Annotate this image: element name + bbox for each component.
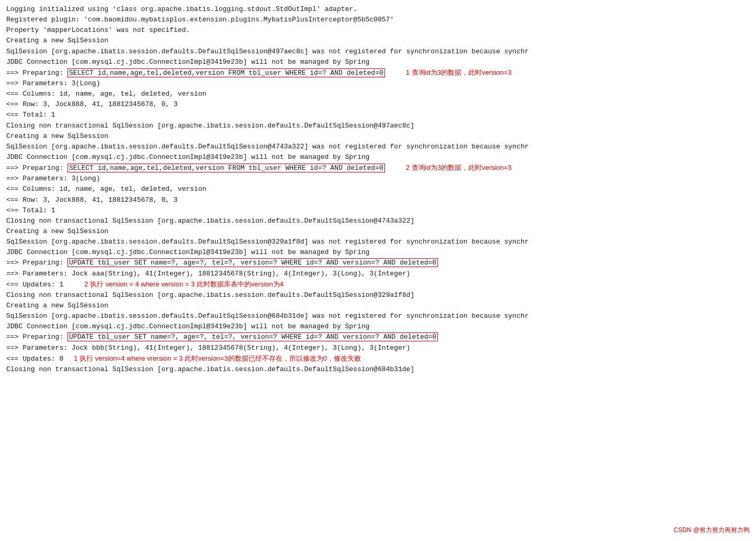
line-text: Parameters: 3(Long) xyxy=(18,79,100,87)
sql-text: UPDATE tbl_user SET name=?, age=?, tel=?… xyxy=(67,258,438,267)
annotation: 2 执行 version = 4 where version = 3 此时数据库… xyxy=(84,280,284,288)
line-text: Parameters: 3(Long) xyxy=(18,175,100,182)
annotation: 1 查询id为3的数据，此时version=3 xyxy=(406,68,512,76)
log-line: JDBC Connection [com.mysql.cj.jdbc.Conne… xyxy=(6,247,750,258)
log-line: Creating a new SqlSession xyxy=(6,226,750,237)
log-line: Closing non transactional SqlSession [or… xyxy=(6,290,750,301)
log-line: ==> Preparing: UPDATE tbl_user SET name=… xyxy=(6,332,750,342)
arrow-prefix: <== xyxy=(6,90,18,98)
log-line: Creating a new SqlSession xyxy=(6,36,750,46)
arrow-prefix: ==> Preparing: xyxy=(6,259,67,267)
line-text: Parameters: Jock bbb(String), 41(Integer… xyxy=(18,344,410,352)
log-line: ==> Preparing: SELECT id,name,age,tel,de… xyxy=(6,67,750,78)
annotation: 1 执行 version=4 where vrersion = 3 此时vers… xyxy=(74,354,361,362)
log-line: ==> Parameters: 3(Long) xyxy=(6,174,750,184)
arrow-prefix: ==> xyxy=(6,175,18,182)
log-line: SqlSession [org.apache.ibatis.session.de… xyxy=(6,237,750,247)
line-text: Columns: id, name, age, tel, deleted, ve… xyxy=(18,90,206,98)
log-line: Property 'mapperLocations' was not speci… xyxy=(6,25,750,36)
log-line: <== Updates: 01 执行 version=4 where vrers… xyxy=(6,353,750,364)
line-text: Total: 1 xyxy=(18,206,55,214)
log-line: ==> Preparing: UPDATE tbl_user SET name=… xyxy=(6,258,750,268)
sql-text: UPDATE tbl_user SET name=?, age=?, tel=?… xyxy=(67,332,438,341)
log-line: <== Columns: id, name, age, tel, deleted… xyxy=(6,89,750,99)
log-line: SqlSession [org.apache.ibatis.session.de… xyxy=(6,47,750,57)
log-line: ==> Parameters: 3(Long) xyxy=(6,78,750,89)
log-line: Closing non transactional SqlSession [or… xyxy=(6,216,750,226)
updates-text: Updates: 0 xyxy=(18,355,63,363)
log-line: <== Updates: 12 执行 version = 4 where ver… xyxy=(6,279,750,290)
log-line: ==> Parameters: Jock bbb(String), 41(Int… xyxy=(6,343,750,353)
log-line: Creating a new SqlSession xyxy=(6,301,750,311)
log-container: Logging initialized using 'class org.apa… xyxy=(6,4,750,375)
log-line: <== Total: 1 xyxy=(6,110,750,120)
annotation: 2 查询id为3的数据，此时version=3 xyxy=(406,164,512,171)
updates-text: Updates: 1 xyxy=(18,281,63,289)
arrow-prefix: <== xyxy=(6,185,18,193)
arrow-prefix: <== xyxy=(6,281,18,289)
log-line: <== Total: 1 xyxy=(6,205,750,216)
arrow-prefix: ==> Preparing: xyxy=(6,164,67,172)
log-line: Closing non transactional SqlSession [or… xyxy=(6,121,750,131)
arrow-prefix: <== xyxy=(6,206,18,214)
log-line: ==> Parameters: Jock aaa(String), 41(Int… xyxy=(6,269,750,279)
arrow-prefix: ==> xyxy=(6,79,18,87)
log-line: SqlSession [org.apache.ibatis.session.de… xyxy=(6,142,750,152)
line-text: Total: 1 xyxy=(18,111,55,119)
line-text: Columns: id, name, age, tel, deleted, ve… xyxy=(18,185,206,193)
log-line: JDBC Connection [com.mysql.cj.jdbc.Conne… xyxy=(6,152,750,163)
arrow-prefix: <== xyxy=(6,111,18,119)
log-line: Logging initialized using 'class org.apa… xyxy=(6,4,750,15)
log-line: <== Row: 3, Jock888, 41, 18812345678, 0,… xyxy=(6,99,750,110)
log-line: ==> Preparing: SELECT id,name,age,tel,de… xyxy=(6,163,750,174)
csdn-watermark: CSDN @努力努力再努力鸭 xyxy=(673,526,750,535)
log-line: JDBC Connection [com.mysql.cj.jdbc.Conne… xyxy=(6,57,750,67)
arrow-prefix: ==> Preparing: xyxy=(6,69,67,77)
arrow-prefix: <== xyxy=(6,355,18,363)
sql-text: SELECT id,name,age,tel,deleted,version F… xyxy=(67,164,385,172)
arrow-prefix: ==> Preparing: xyxy=(6,333,67,341)
log-line: <== Columns: id, name, age, tel, deleted… xyxy=(6,184,750,194)
log-line: Closing non transactional SqlSession [or… xyxy=(6,364,750,375)
arrow-prefix: ==> xyxy=(6,270,18,278)
log-line: <== Row: 3, Jock888, 41, 18812345678, 0,… xyxy=(6,195,750,205)
line-text: Row: 3, Jock888, 41, 18812345678, 0, 3 xyxy=(18,100,177,108)
log-line: Creating a new SqlSession xyxy=(6,131,750,142)
sql-text: SELECT id,name,age,tel,deleted,version F… xyxy=(67,68,385,77)
arrow-prefix: ==> xyxy=(6,344,18,352)
log-line: JDBC Connection [com.mysql.cj.jdbc.Conne… xyxy=(6,321,750,332)
log-line: SqlSession [org.apache.ibatis.session.de… xyxy=(6,311,750,321)
line-text: Row: 3, Jock888, 41, 18812345678, 0, 3 xyxy=(18,196,177,204)
arrow-prefix: <== xyxy=(6,196,18,204)
log-line: Registered plugin: 'com.baomidou.mybatis… xyxy=(6,15,750,25)
line-text: Parameters: Jock aaa(String), 41(Integer… xyxy=(18,270,410,278)
arrow-prefix: <== xyxy=(6,100,18,108)
